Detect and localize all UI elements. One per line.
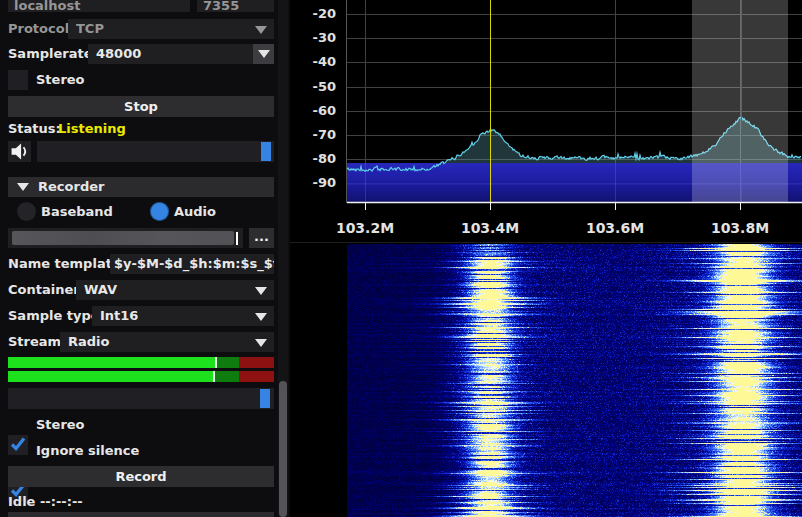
recorder-stereo-checkbox[interactable] bbox=[8, 435, 28, 455]
recorder-status-text: Idle --:--:-- bbox=[8, 492, 83, 512]
samplerate-dropdown[interactable]: 48000 bbox=[88, 44, 274, 64]
fft-panel: -20-30-40-50-60-70-80-90 103.2M103.4M103… bbox=[290, 0, 802, 517]
chevron-down-icon bbox=[258, 50, 270, 58]
y-tick-label: -40 bbox=[290, 54, 336, 70]
selected-text-block bbox=[12, 231, 234, 245]
sample-type-value: Int16 bbox=[100, 308, 138, 323]
chevron-down-icon bbox=[255, 339, 267, 347]
stream-value: Radio bbox=[68, 334, 109, 349]
recorder-volume-slider-handle[interactable] bbox=[260, 389, 270, 408]
samplerate-dropdown-arrow[interactable] bbox=[253, 44, 274, 64]
stream-label: Stream bbox=[8, 332, 61, 352]
name-template-input[interactable]: $y-$M-$d_$h:$m:$s_$t_$f bbox=[110, 254, 274, 274]
ignore-silence-label: Ignore silence bbox=[36, 441, 139, 461]
chevron-down-icon bbox=[255, 313, 267, 321]
check-icon bbox=[9, 435, 27, 453]
x-tick-label: 103.4M bbox=[461, 220, 519, 236]
chevron-down-icon bbox=[255, 287, 267, 295]
waterfall-display[interactable] bbox=[347, 244, 802, 517]
sidebar: localhost 7355 Protocol TCP Samplerate 4… bbox=[0, 0, 290, 517]
record-path-input[interactable] bbox=[8, 228, 243, 248]
recorder-title: Recorder bbox=[38, 177, 104, 197]
volume-slider-handle[interactable] bbox=[261, 142, 271, 161]
stereo-checkbox[interactable] bbox=[8, 70, 28, 90]
y-tick-label: -90 bbox=[290, 175, 336, 191]
level-meter-right bbox=[8, 371, 274, 382]
recorder-stereo-label: Stereo bbox=[36, 415, 85, 435]
level-meter-left bbox=[8, 357, 274, 368]
y-tick-label: -50 bbox=[290, 79, 336, 95]
stop-button[interactable]: Stop bbox=[8, 96, 274, 117]
mute-button[interactable] bbox=[8, 141, 31, 162]
y-tick-label: -60 bbox=[290, 103, 336, 119]
x-tick-label: 103.8M bbox=[711, 220, 769, 236]
radio-baseband[interactable] bbox=[17, 202, 36, 221]
waterfall-divider bbox=[290, 242, 802, 243]
samplerate-label: Samplerate bbox=[8, 44, 92, 64]
samplerate-value: 48000 bbox=[96, 46, 141, 61]
record-button[interactable]: Record bbox=[8, 466, 274, 487]
y-tick-label: -20 bbox=[290, 6, 336, 22]
name-template-label: Name template bbox=[8, 254, 121, 274]
browse-button[interactable]: ... bbox=[249, 228, 274, 248]
triangle-down-icon bbox=[17, 183, 29, 191]
x-tick-label: 103.6M bbox=[586, 220, 644, 236]
volume-slider[interactable] bbox=[37, 141, 274, 162]
sidebar-scrollbar-thumb[interactable] bbox=[279, 381, 287, 517]
x-tick-label: 103.2M bbox=[336, 220, 394, 236]
port-input[interactable]: 7355 bbox=[197, 0, 274, 12]
sample-type-label: Sample type bbox=[8, 306, 100, 326]
next-module-header[interactable] bbox=[8, 512, 274, 517]
protocol-value: TCP bbox=[76, 21, 104, 36]
y-tick-label: -70 bbox=[290, 127, 336, 143]
container-value: WAV bbox=[84, 282, 117, 297]
protocol-dropdown[interactable]: TCP bbox=[68, 19, 274, 39]
container-label: Container bbox=[8, 280, 80, 300]
radio-audio-label: Audio bbox=[174, 202, 216, 222]
spectrum-left-axis-line bbox=[346, 0, 347, 203]
host-input[interactable]: localhost bbox=[8, 0, 190, 12]
y-tick-label: -80 bbox=[290, 151, 336, 167]
radio-baseband-label: Baseband bbox=[41, 202, 113, 222]
speaker-icon bbox=[10, 142, 29, 161]
status-label: Status: bbox=[8, 121, 61, 137]
text-cursor bbox=[236, 232, 238, 245]
radio-audio[interactable] bbox=[150, 202, 169, 221]
stream-dropdown[interactable]: Radio bbox=[60, 332, 274, 352]
status-value: Listening bbox=[58, 121, 126, 137]
y-tick-label: -30 bbox=[290, 30, 336, 46]
container-dropdown[interactable]: WAV bbox=[76, 280, 274, 300]
chevron-down-icon bbox=[255, 26, 267, 34]
stereo-checkbox-label: Stereo bbox=[36, 70, 85, 90]
protocol-label: Protocol bbox=[8, 19, 69, 39]
sidebar-scrollbar[interactable] bbox=[278, 0, 288, 517]
recorder-volume-slider[interactable] bbox=[8, 388, 274, 409]
sample-type-dropdown[interactable]: Int16 bbox=[92, 306, 274, 326]
spectrum-plot[interactable] bbox=[347, 0, 802, 210]
recorder-header[interactable]: Recorder bbox=[8, 177, 274, 197]
